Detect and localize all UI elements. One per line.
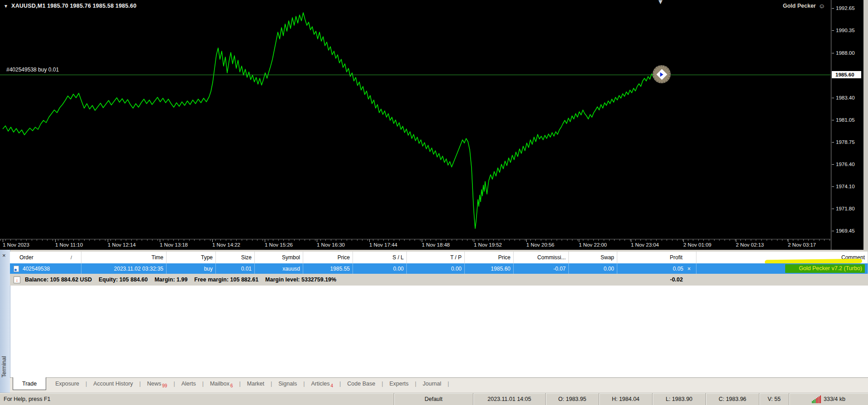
trade-cell-type: buy: [167, 263, 216, 274]
time-tick-label: 1 Nov 15:26: [265, 242, 293, 248]
column-header-tp[interactable]: T / P: [407, 252, 465, 263]
bid-price-line: [0, 75, 830, 75]
tab-experts[interactable]: Experts: [384, 378, 414, 390]
tab-label: Code Base: [347, 378, 375, 390]
statusbar-help: For Help, press F1: [0, 393, 394, 405]
time-tick-label: 1 Nov 16:30: [317, 242, 345, 248]
column-header-time[interactable]: Time: [81, 252, 167, 263]
trade-cell-value: 2023.11.02 03:32:35: [114, 266, 163, 272]
statusbar-network: 333/4 kb: [789, 393, 868, 405]
column-header-order[interactable]: Order/: [10, 252, 81, 263]
tab-market[interactable]: Market: [242, 378, 270, 390]
tab-label: Exposure: [55, 378, 79, 390]
column-header-label: Commissi...: [537, 254, 566, 261]
trade-cell-size: 0.01: [216, 263, 255, 274]
order-document-icon: [14, 266, 19, 272]
time-tick-label: 1 Nov 12:14: [108, 242, 136, 248]
time-tick-label: 1 Nov 22:00: [579, 242, 607, 248]
trade-event-marker-icon[interactable]: [653, 65, 671, 83]
price-tick-label: 1988.00: [831, 50, 855, 56]
tab-articles[interactable]: Articles4: [305, 378, 339, 390]
column-header-price_current[interactable]: Price: [465, 252, 514, 263]
tab-news[interactable]: News99: [142, 378, 172, 390]
column-header-size[interactable]: Size: [216, 252, 255, 263]
tab-label: Mailbox: [210, 378, 229, 390]
column-header-label: T / P: [450, 254, 462, 261]
open-trade-row[interactable]: 4025495382023.11.02 03:32:35buy0.01xauus…: [10, 263, 868, 274]
ea-smiley-icon: ☺: [819, 2, 825, 10]
statusbar-help-text: For Help, press F1: [4, 396, 51, 402]
column-header-symbol[interactable]: Symbol: [255, 252, 303, 263]
statusbar-high: H: 1984.04: [599, 393, 652, 405]
tab-account-history[interactable]: Account History: [88, 378, 138, 390]
tab-trade[interactable]: Trade: [13, 377, 46, 390]
trade-cell-value: -0.07: [553, 266, 566, 272]
price-tick-label: 1971.80: [831, 206, 855, 211]
expert-advisor-name: Gold Pecker: [783, 3, 816, 9]
column-header-price_open[interactable]: Price: [303, 252, 353, 263]
tab-label: Articles: [311, 378, 329, 390]
tab-journal[interactable]: Journal: [417, 378, 447, 390]
time-tick-label: 2 Nov 03:17: [788, 242, 816, 248]
price-series-svg: [0, 0, 830, 239]
statusbar-volume: V: 55: [759, 393, 789, 405]
tab-code-base[interactable]: Code Base: [342, 378, 381, 390]
column-header-profit[interactable]: Profit: [617, 252, 696, 263]
tab-label: Account History: [93, 378, 133, 390]
tab-label: Journal: [423, 378, 441, 390]
time-tick-label: 1 Nov 17:44: [369, 242, 397, 248]
tab-label: News: [147, 378, 161, 390]
trade-cell-time: 2023.11.02 03:32:35: [81, 263, 167, 274]
trade-cell-symbol: xauusd: [255, 263, 303, 274]
tab-alerts[interactable]: Alerts: [176, 378, 201, 390]
price-tick-label: 1981.05: [831, 117, 855, 123]
expert-advisor-label[interactable]: Gold Pecker ☺: [783, 2, 825, 10]
column-header-type[interactable]: Type: [167, 252, 216, 263]
trade-cell-value: 1985.60: [491, 266, 510, 272]
statusbar-low: L: 1983.90: [652, 393, 706, 405]
trade-marker-diamond: [656, 69, 667, 80]
tab-signals[interactable]: Signals: [273, 378, 302, 390]
statusbar-volume-text: V: 55: [768, 396, 781, 402]
chart-shift-marker-icon[interactable]: ▼: [657, 0, 664, 5]
terminal-close-button[interactable]: ×: [2, 253, 6, 258]
tab-separator: |: [271, 378, 272, 390]
close-position-button[interactable]: ×: [687, 266, 691, 272]
balance-part: Margin level: 5332759.19%: [265, 276, 336, 283]
tab-label: Alerts: [181, 378, 196, 390]
trade-cell-value: buy: [204, 266, 213, 272]
trade-cell-commission: -0.07: [514, 263, 569, 274]
chart-collapse-arrow-icon[interactable]: ▼: [4, 4, 8, 9]
orders-header-row: Order/TimeTypeSizeSymbolPriceS / LT / PP…: [10, 252, 868, 263]
statusbar-open-text: O: 1983.95: [558, 396, 587, 402]
open-order-line-label: #402549538 buy 0.01: [6, 67, 59, 73]
price-tick-label: 1978.75: [831, 139, 855, 145]
tab-mailbox[interactable]: Mailbox6: [205, 378, 238, 390]
column-header-label: Symbol: [282, 254, 300, 261]
tab-separator: |: [303, 378, 305, 390]
balance-row: ↓ Balance: 105 884.62 USDEquity: 105 884…: [10, 274, 868, 286]
statusbar-profile[interactable]: Default: [394, 393, 473, 405]
column-header-swap[interactable]: Swap: [569, 252, 617, 263]
tab-unread-badge: 99: [162, 380, 167, 392]
column-header-commission[interactable]: Commissi...: [514, 252, 569, 263]
trade-cell-comment: Gold Pecker v7.2 (Turbo): [696, 263, 868, 274]
column-header-sl[interactable]: S / L: [353, 252, 407, 263]
price-axis[interactable]: 1985.60 1992.651990.351988.001983.401981…: [831, 0, 864, 250]
time-tick-label: 2 Nov 01:09: [683, 242, 711, 248]
trade-cell-value: 0.00: [451, 266, 462, 272]
price-tick-label: 1992.65: [831, 5, 855, 11]
column-header-label: Profit: [670, 254, 682, 261]
chart-region: ▼ XAUUSD,M1 1985.70 1985.76 1985.58 1985…: [0, 0, 868, 250]
floating-profit-value: -0.02: [632, 276, 683, 283]
time-tick-label: 1 Nov 23:04: [631, 242, 659, 248]
trade-cell-price_open: 1985.55: [303, 263, 353, 274]
chart-plot-area[interactable]: ▼ XAUUSD,M1 1985.70 1985.76 1985.58 1985…: [0, 0, 830, 239]
time-axis[interactable]: 1 Nov 20231 Nov 11:101 Nov 12:141 Nov 13…: [0, 239, 830, 250]
tab-exposure[interactable]: Exposure: [50, 378, 85, 390]
tab-separator: |: [139, 378, 141, 390]
tab-separator: |: [339, 378, 341, 390]
balance-part: Equity: 105 884.60: [99, 276, 148, 283]
tab-label: Market: [247, 378, 264, 390]
tab-separator: |: [202, 378, 204, 390]
